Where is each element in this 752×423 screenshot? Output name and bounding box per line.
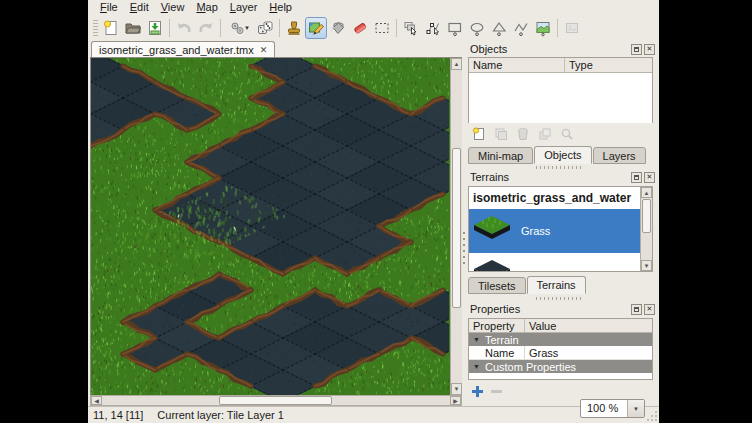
execute-command-icon[interactable]: ▼: [224, 17, 254, 39]
scroll-down-icon[interactable]: ▼: [451, 383, 462, 395]
property-group-terrain[interactable]: ▼ Terrain: [469, 333, 652, 346]
collapse-arrow-icon[interactable]: ▼: [473, 363, 480, 370]
current-layer-status: Current layer: Tile Layer 1: [157, 409, 284, 421]
objects-dock-title: Objects: [470, 43, 629, 55]
collapse-arrow-icon[interactable]: ▼: [473, 336, 480, 343]
new-file-icon[interactable]: [100, 17, 122, 39]
close-dock-icon[interactable]: ✕: [644, 44, 655, 55]
dock-splitter-handle[interactable]: [536, 166, 582, 169]
combo-dropdown-icon[interactable]: ▼: [627, 400, 644, 417]
column-header-property[interactable]: Property: [469, 319, 525, 332]
toolbar-separator: [220, 19, 221, 37]
terrain-item-grass[interactable]: Grass: [469, 209, 652, 253]
terrains-scroll-thumb[interactable]: [642, 199, 651, 233]
dropdown-arrow-icon: ▼: [244, 25, 250, 31]
toolbar-handle[interactable]: [93, 20, 98, 36]
save-file-icon[interactable]: [144, 17, 166, 39]
redo-icon[interactable]: [195, 17, 217, 39]
select-objects-icon[interactable]: [400, 17, 422, 39]
map-vertical-scrollbar[interactable]: ▲ ▼: [450, 58, 462, 395]
float-dock-icon[interactable]: [631, 44, 642, 55]
insert-polyline-icon[interactable]: [510, 17, 532, 39]
map-canvas[interactable]: [91, 58, 449, 395]
menu-view[interactable]: View: [155, 0, 191, 15]
bucket-fill-icon[interactable]: [327, 17, 349, 39]
tab-objects[interactable]: Objects: [534, 146, 591, 164]
property-group-label: Terrain: [485, 334, 519, 346]
column-header-type[interactable]: Type: [565, 58, 652, 72]
tiled-window: File Edit View Map Layer Help ▼: [88, 0, 659, 423]
properties-dock-titlebar: Properties ✕: [470, 302, 655, 316]
insert-tile-icon[interactable]: [532, 17, 554, 39]
properties-toolbar: [470, 384, 504, 399]
raise-object-icon[interactable]: [536, 125, 554, 143]
grass-tile-thumbnail: [469, 210, 515, 252]
open-file-icon[interactable]: [122, 17, 144, 39]
resize-grip[interactable]: [646, 410, 658, 422]
remove-property-icon[interactable]: [489, 384, 504, 399]
undo-icon[interactable]: [173, 17, 195, 39]
insert-polygon-icon[interactable]: [488, 17, 510, 39]
terrains-group-header[interactable]: isometric_grass_and_water: [469, 187, 652, 209]
duplicate-object-icon[interactable]: [492, 125, 510, 143]
vertical-scroll-thumb[interactable]: [452, 148, 461, 308]
property-group-custom[interactable]: ▼ Custom Properties: [469, 360, 652, 373]
tab-layers[interactable]: Layers: [593, 147, 646, 164]
property-group-label: Custom Properties: [485, 361, 576, 373]
tab-close-icon[interactable]: ✕: [260, 46, 268, 55]
tab-terrains[interactable]: Terrains: [527, 276, 586, 294]
terrain-brush-icon[interactable]: [305, 17, 327, 39]
property-value[interactable]: Grass: [525, 347, 558, 359]
map-horizontal-scrollbar[interactable]: ◀ ▶: [90, 395, 462, 406]
rectangular-select-icon[interactable]: [371, 17, 393, 39]
toolbar-separator: [396, 19, 397, 37]
close-dock-icon[interactable]: ✕: [644, 172, 655, 183]
zoom-combobox[interactable]: 100 % ▼: [580, 399, 645, 418]
menu-edit[interactable]: Edit: [124, 0, 155, 15]
menu-file[interactable]: File: [94, 0, 124, 15]
dock-splitter-handle[interactable]: [536, 297, 582, 300]
objects-table-header: Name Type: [469, 58, 652, 73]
menu-help[interactable]: Help: [263, 0, 298, 15]
tileset-dock-tabs: Tilesets Terrains: [466, 276, 587, 294]
column-header-name[interactable]: Name: [469, 58, 565, 72]
stamp-brush-icon[interactable]: [283, 17, 305, 39]
eraser-icon[interactable]: [349, 17, 371, 39]
scroll-left-icon[interactable]: ◀: [91, 396, 102, 405]
insert-image-icon[interactable]: [561, 17, 583, 39]
terrain-item-label: Water: [521, 269, 550, 272]
inspect-object-icon[interactable]: [558, 125, 576, 143]
property-row-name[interactable]: Name Grass: [469, 346, 652, 360]
float-dock-icon[interactable]: [631, 172, 642, 183]
properties-table: Property Value ▼ Terrain Name Grass ▼ Cu…: [468, 318, 653, 380]
terrains-scrollbar[interactable]: ▲ ▼: [640, 187, 652, 271]
menu-layer[interactable]: Layer: [224, 0, 264, 15]
column-header-value[interactable]: Value: [525, 319, 652, 332]
scroll-up-icon[interactable]: ▲: [451, 58, 462, 70]
insert-rectangle-icon[interactable]: [444, 17, 466, 39]
toolbar-separator: [169, 19, 170, 37]
scroll-right-icon[interactable]: ▶: [450, 396, 461, 405]
tab-mini-map[interactable]: Mini-map: [468, 147, 533, 164]
terrain-item-water[interactable]: Water: [469, 253, 652, 272]
close-dock-icon[interactable]: ✕: [644, 304, 655, 315]
horizontal-scroll-thumb[interactable]: [219, 396, 332, 405]
add-property-icon[interactable]: [470, 384, 485, 399]
insert-ellipse-icon[interactable]: [466, 17, 488, 39]
edit-polygons-icon[interactable]: [422, 17, 444, 39]
float-dock-icon[interactable]: [631, 304, 642, 315]
tab-tilesets[interactable]: Tilesets: [468, 277, 526, 294]
delete-object-icon[interactable]: [514, 125, 532, 143]
water-tile-thumbnail: [469, 254, 515, 272]
menu-map[interactable]: Map: [190, 0, 223, 15]
scroll-down-icon[interactable]: ▼: [641, 260, 652, 271]
menu-bar: File Edit View Map Layer Help: [88, 0, 659, 15]
document-tab[interactable]: isometric_grass_and_water.tmx ✕: [91, 41, 275, 58]
scroll-up-icon[interactable]: ▲: [641, 187, 652, 198]
random-mode-icon[interactable]: [254, 17, 276, 39]
add-object-icon[interactable]: [470, 125, 488, 143]
properties-table-header: Property Value: [469, 319, 652, 333]
toolbar-separator: [557, 19, 558, 37]
cursor-position-status: 11, 14 [11]: [93, 409, 143, 421]
objects-table-body[interactable]: [469, 73, 652, 123]
